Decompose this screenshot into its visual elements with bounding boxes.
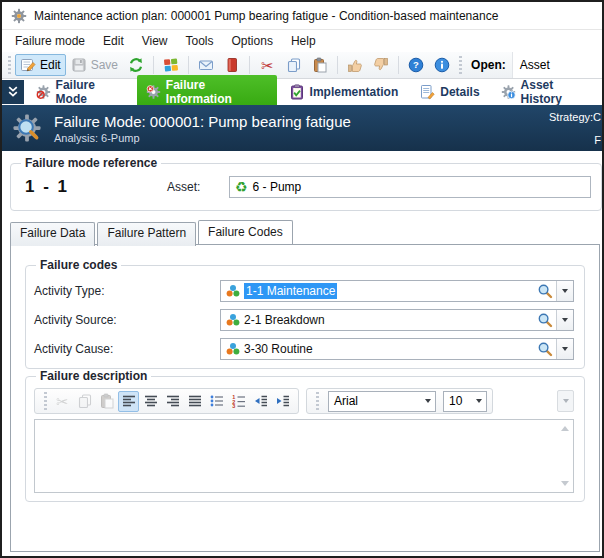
font-name-combo[interactable]: Arial	[328, 391, 436, 412]
failure-codes-panel: Failure codes Activity Type: 1-1 Mainten…	[10, 244, 600, 552]
toolbar-overflow-button[interactable]	[557, 390, 574, 412]
increase-indent-button[interactable]	[272, 391, 293, 412]
paste-button[interactable]	[307, 54, 333, 76]
code-spheres-icon	[225, 312, 241, 328]
align-center-button[interactable]	[140, 391, 161, 412]
refresh-button[interactable]	[123, 54, 149, 76]
send-button[interactable]	[193, 54, 219, 76]
scroll-down-arrow-icon[interactable]	[561, 481, 569, 486]
numbered-list-button[interactable]	[228, 391, 249, 412]
tab-implementation[interactable]: Implementation	[280, 81, 408, 103]
align-right-button[interactable]	[162, 391, 183, 412]
decrease-indent-button[interactable]	[250, 391, 271, 412]
paste-button[interactable]	[96, 391, 117, 412]
window-title: Maintenance action plan: 000001 Pump bea…	[34, 9, 498, 23]
save-button[interactable]: Save	[66, 54, 123, 76]
failure-codes-group: Failure codes Activity Type: 1-1 Mainten…	[25, 258, 585, 369]
menu-edit[interactable]: Edit	[94, 32, 133, 50]
code-spheres-icon	[225, 341, 241, 357]
record-header-text: Failure Mode: 000001: Pump bearing fatig…	[54, 113, 351, 144]
failure-mode-reference-group: Failure mode reference 1 - 1 Asset: 6 - …	[10, 156, 602, 211]
activity-source-field[interactable]: 2-1 Breakdown	[220, 309, 574, 331]
activity-source-dropdown-button[interactable]	[556, 310, 573, 330]
collapse-button[interactable]	[2, 80, 24, 104]
numbered-list-icon	[231, 393, 247, 409]
format-toolbar-grip[interactable]	[44, 392, 47, 410]
toolbar-separator	[337, 56, 338, 74]
tab-failure-pattern[interactable]: Failure Pattern	[97, 222, 196, 246]
lookup-icon[interactable]	[537, 283, 553, 299]
caret-down-icon	[562, 318, 568, 322]
tab-details[interactable]: Details	[410, 81, 488, 103]
window-gear-icon	[11, 8, 27, 24]
menu-options[interactable]: Options	[223, 32, 282, 50]
menu-view[interactable]: View	[133, 32, 177, 50]
asset-field[interactable]: 6 - Pump	[229, 176, 591, 198]
code-spheres-icon	[225, 283, 241, 299]
justify-icon	[187, 393, 203, 409]
bullet-list-button[interactable]	[206, 391, 227, 412]
edit-button[interactable]: Edit	[15, 54, 66, 76]
justify-button[interactable]	[184, 391, 205, 412]
report-button[interactable]	[219, 54, 245, 76]
send-icon	[198, 57, 214, 73]
copy-icon	[286, 57, 302, 73]
menu-bar: Failure mode Edit View Tools Options Hel…	[2, 30, 602, 52]
activity-source-value: 2-1 Breakdown	[244, 313, 325, 327]
toolbar-separator	[398, 56, 399, 74]
copy-button[interactable]	[281, 54, 307, 76]
menu-tools[interactable]: Tools	[177, 32, 223, 50]
align-right-icon	[165, 393, 181, 409]
thumbs-up-button[interactable]	[342, 54, 368, 76]
lookup-icon[interactable]	[537, 312, 553, 328]
format-toolbar-grip[interactable]	[316, 392, 319, 410]
toolbar-grip[interactable]	[459, 56, 462, 74]
activity-cause-field[interactable]: 3-30 Routine	[220, 338, 574, 360]
help-button[interactable]	[403, 54, 429, 76]
record-subtitle: Analysis: 6-Pump	[54, 132, 351, 144]
menu-help[interactable]: Help	[282, 32, 325, 50]
modules-button[interactable]	[158, 54, 184, 76]
thumbs-down-button[interactable]	[368, 54, 394, 76]
caret-down-icon	[563, 399, 569, 403]
toolbar-separator	[188, 56, 189, 74]
failure-mode-reference-legend: Failure mode reference	[21, 156, 161, 170]
implementation-icon	[289, 84, 305, 100]
record-header: Failure Mode: 000001: Pump bearing fatig…	[2, 105, 602, 151]
caret-down-icon	[562, 347, 568, 351]
font-island: Arial 10	[306, 388, 493, 414]
strategy-value-clipped: F	[594, 134, 601, 146]
tab-failure-mode[interactable]: Failure Mode	[27, 75, 134, 109]
info-button[interactable]	[429, 54, 455, 76]
modules-icon	[163, 57, 179, 73]
failure-description-textarea[interactable]	[34, 419, 574, 493]
menu-failure-mode[interactable]: Failure mode	[6, 32, 94, 50]
activity-cause-dropdown-button[interactable]	[556, 339, 573, 359]
format-toolbar: Arial 10	[34, 388, 574, 414]
nav-tab-bar: Failure Mode Failure Information Impleme…	[2, 79, 602, 105]
content-area: Failure mode reference 1 - 1 Asset: 6 - …	[2, 151, 602, 556]
scroll-up-arrow-icon[interactable]	[561, 426, 569, 431]
report-icon	[224, 57, 240, 73]
activity-type-label: Activity Type:	[34, 284, 220, 298]
open-label: Open:	[471, 58, 506, 72]
font-size-combo[interactable]: 10	[443, 391, 487, 412]
tab-failure-information[interactable]: Failure Information	[137, 75, 277, 109]
align-left-button[interactable]	[118, 391, 139, 412]
edit-icon	[20, 57, 36, 73]
align-center-icon	[143, 393, 159, 409]
tab-asset-history[interactable]: Asset History	[492, 75, 602, 109]
cut-button[interactable]	[254, 54, 281, 77]
caret-down-icon	[562, 289, 568, 293]
font-size-value: 10	[449, 394, 462, 408]
activity-type-dropdown-button[interactable]	[556, 281, 573, 301]
cut-button[interactable]	[52, 391, 73, 412]
cut-icon	[259, 57, 276, 74]
tab-failure-data[interactable]: Failure Data	[10, 222, 95, 246]
toolbar-grip[interactable]	[8, 56, 11, 74]
caret-down-icon	[476, 399, 482, 403]
lookup-icon[interactable]	[537, 341, 553, 357]
copy-button[interactable]	[74, 391, 95, 412]
tab-failure-codes[interactable]: Failure Codes	[198, 220, 293, 244]
activity-type-field[interactable]: 1-1 Maintenance	[220, 280, 574, 302]
